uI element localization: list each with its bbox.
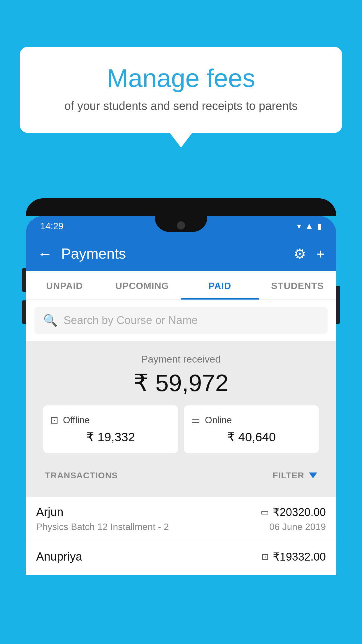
status-bar: 14:29 ▾ ▲ ▮ (26, 216, 336, 236)
side-button-power (336, 286, 340, 324)
speech-bubble: Manage fees of your students and send re… (20, 47, 342, 133)
app-bar-title: Payments (61, 245, 285, 262)
transaction-row-anupriya[interactable]: Anupriya ⊡ ₹19332.00 (26, 541, 336, 575)
app-bar-actions: ⚙ + (294, 246, 325, 262)
back-button[interactable]: ← (37, 246, 52, 261)
transaction-amount-anupriya: ₹19332.00 (273, 550, 326, 563)
transaction-amount-arjun: ₹20320.00 (273, 506, 326, 519)
payment-total-amount: ₹ 59,972 (34, 369, 328, 397)
content-area: 🔍 Search by Course or Name Payment recei… (26, 300, 336, 575)
offline-card: ⊡ Offline ₹ 19,332 (43, 405, 178, 453)
battery-icon: ▮ (317, 221, 322, 231)
tab-paid[interactable]: PAID (181, 271, 259, 300)
filter-button[interactable]: FILTER (273, 470, 317, 480)
wifi-icon: ▾ (297, 221, 301, 231)
transactions-header: TRANSACTIONS FILTER (34, 462, 328, 488)
payment-received-section: Payment received ₹ 59,972 ⊡ Offline ₹ 19… (26, 341, 336, 497)
card-payment-icon: ▭ (261, 507, 269, 517)
camera (177, 221, 185, 230)
transaction-name-anupriya: Anupriya (36, 550, 82, 563)
side-button-volume-down (22, 300, 26, 324)
tab-students[interactable]: STUDENTS (259, 271, 337, 300)
bubble-subtitle: of your students and send receipts to pa… (34, 99, 328, 113)
offline-card-header: ⊡ Offline (50, 414, 171, 426)
transactions-label: TRANSACTIONS (45, 470, 118, 480)
offline-amount: ₹ 19,332 (50, 430, 171, 444)
offline-icon: ⊡ (50, 414, 58, 426)
transaction-course-arjun: Physics Batch 12 Installment - 2 (36, 522, 169, 532)
status-icons: ▾ ▲ ▮ (297, 221, 322, 231)
bubble-title: Manage fees (34, 64, 328, 92)
tab-upcoming[interactable]: UPCOMING (103, 271, 181, 300)
settings-icon[interactable]: ⚙ (294, 246, 306, 262)
offline-label: Offline (63, 415, 90, 426)
notch (155, 216, 207, 232)
online-icon: ▭ (191, 414, 200, 426)
filter-icon (309, 473, 317, 478)
payment-received-label: Payment received (34, 354, 328, 365)
online-label: Online (205, 415, 232, 426)
online-card: ▭ Online ₹ 40,640 (184, 405, 319, 453)
transaction-date-arjun: 06 June 2019 (269, 522, 326, 532)
search-bar-container: 🔍 Search by Course or Name (26, 300, 336, 341)
transaction-row-arjun[interactable]: Arjun ▭ ₹20320.00 Physics Batch 12 Insta… (26, 497, 336, 541)
transaction-amount-wrap-anupriya: ⊡ ₹19332.00 (261, 550, 326, 563)
search-input[interactable]: Search by Course or Name (64, 314, 198, 327)
app-bar: ← Payments ⚙ + (26, 236, 336, 271)
payment-cards-row: ⊡ Offline ₹ 19,332 ▭ Online ₹ 40,640 (34, 405, 328, 462)
tab-unpaid[interactable]: UNPAID (26, 271, 103, 300)
offline-payment-icon: ⊡ (261, 552, 269, 562)
tabs-bar: UNPAID UPCOMING PAID STUDENTS (26, 271, 336, 300)
phone-container: 14:29 ▾ ▲ ▮ ← Payments ⚙ + UNPAID UPCOMI… (26, 198, 336, 644)
search-bar[interactable]: 🔍 Search by Course or Name (34, 307, 328, 334)
add-button[interactable]: + (317, 246, 325, 262)
signal-icon: ▲ (305, 221, 313, 231)
transaction-name-arjun: Arjun (36, 505, 63, 519)
status-time: 14:29 (40, 221, 64, 232)
search-icon: 🔍 (43, 314, 58, 327)
phone-top-curve (26, 198, 336, 216)
online-amount: ₹ 40,640 (191, 430, 312, 444)
transaction-amount-wrap-arjun: ▭ ₹20320.00 (261, 506, 326, 519)
phone-screen: 14:29 ▾ ▲ ▮ ← Payments ⚙ + UNPAID UPCOMI… (26, 216, 336, 575)
online-card-header: ▭ Online (191, 414, 312, 426)
